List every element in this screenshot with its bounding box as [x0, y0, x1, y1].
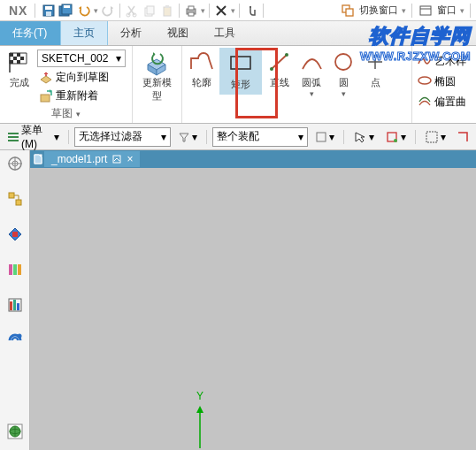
- doc-icon: [34, 154, 44, 164]
- svg-rect-52: [10, 301, 12, 310]
- app-logo: NX: [4, 4, 33, 18]
- document-tab[interactable]: _model1.prt ×: [44, 151, 140, 167]
- tab-analysis[interactable]: 分析: [108, 21, 155, 45]
- tab-modified-icon: [112, 155, 121, 164]
- assembly-combo[interactable]: 整个装配▾: [212, 127, 309, 147]
- art-spline-button[interactable]: 艺术样: [416, 53, 472, 70]
- svg-rect-38: [317, 133, 326, 141]
- circle-icon: [331, 50, 356, 74]
- svg-rect-54: [17, 303, 19, 310]
- redo-icon[interactable]: [100, 3, 116, 19]
- svg-rect-26: [41, 95, 50, 102]
- constraint-navigator-icon[interactable]: [5, 225, 25, 244]
- spline-icon: [418, 55, 432, 69]
- svg-rect-9: [147, 6, 154, 14]
- tab-home[interactable]: 主页: [60, 21, 108, 45]
- svg-rect-22: [13, 57, 17, 60]
- menu-button[interactable]: 菜单(M) ▾: [4, 127, 63, 147]
- save-icon[interactable]: [41, 3, 57, 19]
- tab-task[interactable]: 任务(T): [0, 21, 60, 45]
- sel-tool-4[interactable]: [453, 127, 472, 147]
- svg-rect-24: [10, 60, 13, 64]
- history-icon[interactable]: [5, 295, 25, 315]
- svg-rect-21: [17, 53, 20, 57]
- part-navigator-icon[interactable]: [5, 154, 25, 173]
- svg-rect-14: [188, 12, 194, 16]
- filter-dropdown-icon[interactable]: ▾: [174, 127, 201, 147]
- point-button[interactable]: 点: [359, 48, 391, 91]
- reattach-icon: [39, 89, 53, 103]
- svg-rect-20: [10, 53, 13, 57]
- rectangle-icon: [228, 51, 253, 76]
- assembly-navigator-icon[interactable]: [5, 189, 25, 209]
- update-model-icon: [145, 50, 170, 74]
- sel-tool-3[interactable]: ▾: [421, 127, 449, 147]
- touch-icon[interactable]: [243, 3, 259, 19]
- svg-point-56: [17, 334, 21, 339]
- roles-icon[interactable]: [5, 331, 25, 350]
- document-tab-strip: _model1.prt ×: [30, 150, 476, 168]
- window-icon[interactable]: [418, 3, 434, 19]
- copy-icon[interactable]: [142, 3, 157, 19]
- svg-rect-18: [420, 6, 431, 15]
- svg-point-40: [394, 139, 397, 142]
- ellipse-button[interactable]: 椭圆: [416, 73, 472, 90]
- selection-toolbar: 菜单(M) ▾ 无选择过滤器▾ ▾ 整个装配▾ ▾ ▾ ▾ ▾: [0, 124, 476, 150]
- line-button[interactable]: 直线: [264, 48, 296, 91]
- tab-view[interactable]: 视图: [155, 21, 202, 45]
- assembly-dropdown-icon[interactable]: ▾: [311, 127, 338, 147]
- switch-window-label[interactable]: 切换窗口: [359, 4, 398, 17]
- svg-rect-1: [45, 6, 52, 10]
- svg-rect-11: [165, 5, 169, 8]
- svg-rect-13: [188, 6, 194, 10]
- update-model-button[interactable]: 更新模型: [136, 48, 178, 104]
- svg-rect-46: [9, 193, 14, 198]
- svg-point-30: [285, 53, 288, 57]
- close-tab-icon[interactable]: ×: [127, 153, 133, 165]
- switch-window-icon[interactable]: [340, 3, 356, 19]
- menu-icon: [7, 131, 19, 143]
- finish-flag-icon: [7, 50, 32, 74]
- save-all-icon[interactable]: [58, 3, 74, 19]
- graphics-canvas[interactable]: Y: [30, 168, 476, 450]
- offset-icon: [418, 95, 432, 110]
- delete-icon[interactable]: [213, 3, 229, 19]
- title-bar: NX ▾ ▾ ▾ 切换窗口 ▾ 窗口 ▾: [0, 0, 476, 21]
- svg-rect-37: [8, 140, 19, 141]
- svg-rect-35: [8, 133, 19, 134]
- svg-rect-41: [426, 132, 437, 142]
- line-icon: [267, 50, 292, 74]
- sel-tool-2[interactable]: ▾: [381, 127, 410, 147]
- reattach-button[interactable]: 重新附着: [37, 88, 126, 104]
- circle-button[interactable]: 圆 ▾: [327, 48, 359, 100]
- finish-sketch-button[interactable]: 完成: [4, 48, 35, 91]
- svg-point-34: [418, 77, 431, 84]
- print-icon[interactable]: [183, 3, 199, 19]
- arc-button[interactable]: 圆弧 ▾: [296, 48, 327, 100]
- offset-curve-button[interactable]: 偏置曲: [416, 94, 472, 111]
- group-label-sketch: 草图: [51, 107, 73, 119]
- svg-rect-2: [46, 11, 51, 16]
- svg-rect-53: [13, 300, 16, 310]
- svg-point-29: [270, 67, 273, 71]
- tab-tools[interactable]: 工具: [202, 21, 249, 45]
- svg-rect-47: [16, 200, 21, 205]
- profile-icon: [189, 50, 214, 74]
- svg-point-15: [250, 6, 251, 8]
- svg-rect-17: [346, 9, 353, 16]
- cut-icon[interactable]: [124, 3, 140, 19]
- svg-rect-5: [64, 5, 70, 8]
- filter-combo[interactable]: 无选择过滤器▾: [74, 127, 171, 147]
- window-label[interactable]: 窗口: [437, 4, 457, 17]
- sel-tool-1[interactable]: ▾: [349, 127, 378, 147]
- reuse-library-icon[interactable]: [5, 260, 25, 279]
- orient-icon: [39, 71, 53, 85]
- orient-to-sketch-button[interactable]: 定向到草图: [37, 69, 126, 86]
- paste-icon[interactable]: [159, 3, 175, 19]
- profile-button[interactable]: 轮廓: [186, 48, 218, 91]
- point-icon: [363, 50, 388, 74]
- rectangle-button[interactable]: 矩形: [219, 48, 262, 95]
- sketch-name-combo[interactable]: SKETCH_002▾: [37, 50, 126, 67]
- web-browser-icon[interactable]: [5, 422, 25, 441]
- undo-icon[interactable]: [76, 3, 92, 19]
